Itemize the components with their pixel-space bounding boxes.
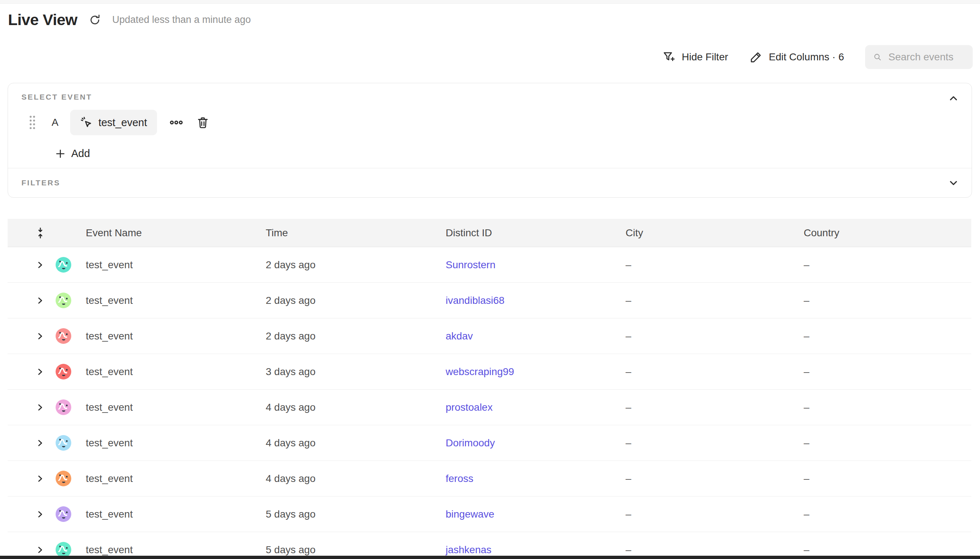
avatar-face-icon [56,328,71,344]
country-cell: – [804,437,971,449]
avatar-face-icon [56,364,71,379]
country-cell: – [804,295,971,306]
event-query-row: A test_event [28,109,211,136]
event-selector-chip[interactable]: test_event [70,110,157,135]
user-avatar[interactable] [56,471,71,486]
delete-event-button[interactable] [195,114,211,131]
collapse-vertical-icon [34,227,46,239]
country-cell: – [804,473,971,485]
table-row: test_event 2 days ago Sunrostern – – [8,247,971,283]
table-header-row: Event Name Time Distinct ID City Country [8,219,971,247]
distinct-id-link[interactable]: Sunrostern [446,259,496,270]
select-event-section: SELECT EVENT A [8,83,972,168]
user-avatar[interactable] [56,328,71,344]
expand-row-button[interactable] [35,295,45,306]
city-cell: – [626,473,804,485]
distinct-id-link[interactable]: webscraping99 [446,366,514,377]
search-events-box[interactable] [865,45,973,69]
filter-plus-icon [662,50,676,64]
time-cell: 5 days ago [266,544,446,556]
user-avatar[interactable] [56,399,71,415]
plus-icon [55,148,66,160]
drag-handle[interactable] [28,114,38,131]
event-name-cell: test_event [86,437,266,449]
distinct-id-link[interactable]: prostoalex [446,402,492,413]
user-avatar[interactable] [56,257,71,273]
user-avatar[interactable] [56,435,71,451]
user-avatar[interactable] [56,506,71,522]
search-events-input[interactable] [888,51,965,63]
country-cell: – [804,366,971,378]
city-cell: – [626,437,804,449]
refresh-icon [88,13,101,26]
collapse-select-event-button[interactable] [946,91,961,106]
expand-row-button[interactable] [35,331,45,342]
user-avatar[interactable] [56,364,71,379]
updated-status: Updated less than a minute ago [112,14,251,25]
expand-row-button[interactable] [35,366,45,377]
chevron-down-icon [948,177,959,189]
time-cell: 3 days ago [266,366,446,378]
distinct-id-link[interactable]: Dorimoody [446,437,495,448]
add-event-button[interactable]: Add [55,147,90,160]
expand-row-button[interactable] [35,473,45,484]
page-title: Live View [8,11,78,29]
expand-row-button[interactable] [35,509,45,520]
expand-row-button[interactable] [35,260,45,270]
series-letter: A [51,117,58,128]
distinct-id-link[interactable]: feross [446,473,473,484]
event-name-cell: test_event [86,331,266,342]
page-header: Live View Updated less than a minute ago [8,11,251,29]
avatar-face-icon [56,506,71,522]
time-cell: 4 days ago [266,402,446,413]
distinct-id-link[interactable]: jashkenas [446,544,491,556]
expand-filters-button[interactable] [946,175,961,190]
table-row: test_event 4 days ago Dorimoody – – [8,425,971,461]
events-table: Event Name Time Distinct ID City Country [8,219,971,559]
country-cell: – [804,544,971,556]
toolbar: Hide Filter Edit Columns · 6 [662,45,973,69]
distinct-id-link[interactable]: ivandiblasi68 [446,295,504,306]
table-row: test_event 5 days ago bingewave – – [8,496,971,532]
collapse-all-rows-button[interactable] [33,226,48,240]
chevron-right-icon [35,545,45,555]
expand-row-button[interactable] [35,438,45,448]
edit-columns-label: Edit Columns · 6 [769,51,844,63]
user-avatar[interactable] [56,542,71,557]
city-cell: – [626,402,804,413]
event-name-cell: test_event [86,508,266,520]
table-row: test_event 2 days ago ivandiblasi68 – – [8,283,971,318]
avatar-face-icon [56,293,71,308]
table-body: test_event 2 days ago Sunrostern – – [8,247,971,559]
chevron-right-icon [35,367,45,377]
chevron-right-icon [35,403,45,412]
user-avatar[interactable] [56,293,71,308]
hide-filter-label: Hide Filter [682,51,728,63]
avatar-face-icon [56,257,71,273]
refresh-button[interactable] [88,13,102,27]
event-name-cell: test_event [86,366,266,378]
city-cell: – [626,259,804,271]
event-more-options-button[interactable] [168,114,185,131]
chevron-right-icon [35,296,45,305]
country-cell: – [804,331,971,342]
avatar-face-icon [56,435,71,451]
time-cell: 2 days ago [266,331,446,342]
window-bottom-edge [0,556,980,559]
chevron-right-icon [35,509,45,519]
distinct-id-link[interactable]: bingewave [446,508,494,520]
add-button-label: Add [71,147,90,160]
edit-columns-button[interactable]: Edit Columns · 6 [749,50,844,64]
pencil-icon [749,50,763,64]
event-name-cell: test_event [86,295,266,306]
hide-filter-button[interactable]: Hide Filter [662,50,728,64]
column-header-distinct-id: Distinct ID [446,227,626,239]
expand-row-button[interactable] [35,544,45,556]
time-cell: 4 days ago [266,437,446,449]
city-cell: – [626,544,804,556]
avatar-face-icon [56,471,71,486]
expand-row-button[interactable] [35,402,45,413]
distinct-id-link[interactable]: akdav [446,331,473,342]
country-cell: – [804,259,971,271]
time-cell: 2 days ago [266,259,446,271]
